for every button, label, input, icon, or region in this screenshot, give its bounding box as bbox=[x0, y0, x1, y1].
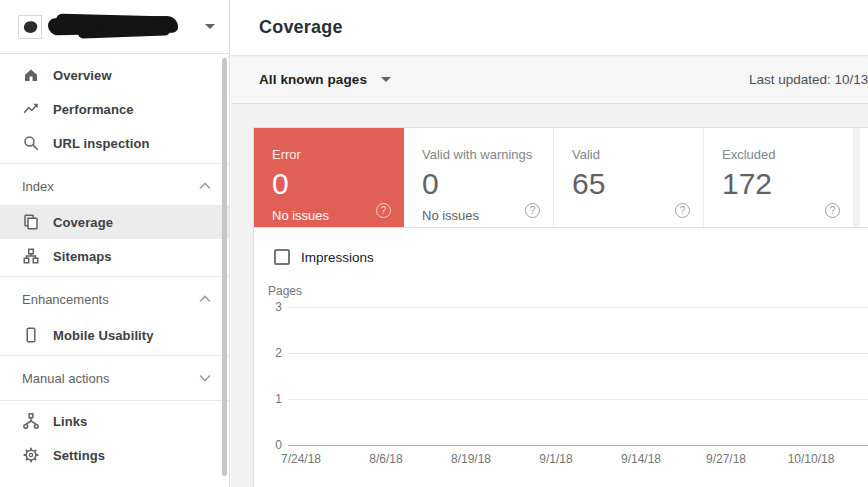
filter-label: All known pages bbox=[259, 72, 367, 87]
sidebar-divider bbox=[0, 276, 229, 277]
status-card-valid[interactable]: Valid 65 ? bbox=[554, 128, 704, 227]
report-toolbar: All known pages Last updated: 10/13/ bbox=[231, 56, 868, 104]
sidebar-item-url-inspection[interactable]: URL inspection bbox=[0, 126, 229, 160]
help-icon[interactable]: ? bbox=[675, 203, 690, 218]
y-tick: 0 bbox=[254, 438, 282, 452]
card-value: 0 bbox=[272, 169, 404, 199]
sidebar-item-label: URL inspection bbox=[53, 136, 150, 151]
card-label: Excluded bbox=[722, 147, 853, 162]
sidebar-item-label: Links bbox=[53, 414, 87, 429]
sidebar-section-enhancements[interactable]: Enhancements bbox=[0, 280, 229, 318]
cards-row-overflow bbox=[860, 128, 868, 227]
y-tick: 1 bbox=[254, 392, 282, 406]
property-selector[interactable] bbox=[0, 0, 229, 54]
home-icon bbox=[22, 66, 40, 84]
card-label: Valid bbox=[572, 147, 703, 162]
impressions-toggle[interactable]: Impressions bbox=[274, 249, 868, 265]
help-icon[interactable]: ? bbox=[825, 203, 840, 218]
gear-icon bbox=[22, 446, 40, 464]
x-axis-baseline bbox=[288, 445, 868, 446]
x-tick: 9/14/18 bbox=[599, 452, 683, 466]
section-label: Enhancements bbox=[22, 292, 109, 307]
sidebar-item-settings[interactable]: Settings bbox=[0, 438, 229, 472]
status-card-error[interactable]: Error 0 No issues ? bbox=[254, 128, 404, 227]
x-tick: 10/10/18 bbox=[769, 452, 853, 466]
card-value: 65 bbox=[572, 169, 703, 199]
report-content: Error 0 No issues ? Valid with warnings … bbox=[231, 104, 868, 487]
y-axis-title: Pages bbox=[268, 284, 302, 298]
page-title: Coverage bbox=[259, 17, 343, 38]
y-tick: 2 bbox=[254, 346, 282, 360]
chevron-down-icon bbox=[381, 77, 391, 82]
sidebar-item-label: Overview bbox=[53, 68, 112, 83]
sidebar-nav: Overview Performance URL inspection Inde… bbox=[0, 54, 229, 472]
help-icon[interactable]: ? bbox=[376, 203, 391, 218]
gridline-2 bbox=[288, 353, 868, 354]
card-value: 172 bbox=[722, 169, 853, 199]
sidebar-item-sitemaps[interactable]: Sitemaps bbox=[0, 239, 229, 273]
impressions-label: Impressions bbox=[301, 250, 374, 265]
impressions-checkbox[interactable] bbox=[274, 249, 290, 265]
card-value: 0 bbox=[422, 169, 553, 199]
sidebar: Overview Performance URL inspection Inde… bbox=[0, 0, 230, 487]
chevron-up-icon bbox=[199, 295, 211, 303]
sidebar-scrollbar[interactable] bbox=[222, 58, 227, 476]
card-label: Valid with warnings bbox=[422, 147, 553, 162]
coverage-chart: Pages 3 2 1 0 7/24/18 8/6/18 8/19/18 9/1… bbox=[254, 278, 868, 487]
sidebar-item-label: Coverage bbox=[53, 215, 113, 230]
performance-icon bbox=[22, 100, 40, 118]
sitemap-icon bbox=[22, 247, 40, 265]
gridline-3 bbox=[288, 307, 868, 308]
chevron-down-icon bbox=[199, 374, 211, 382]
links-icon bbox=[22, 412, 40, 430]
main-area: Coverage All known pages Last updated: 1… bbox=[231, 0, 868, 487]
main-header: Coverage bbox=[231, 0, 868, 56]
section-label: Index bbox=[22, 179, 54, 194]
sidebar-item-label: Sitemaps bbox=[53, 249, 112, 264]
sidebar-item-overview[interactable]: Overview bbox=[0, 58, 229, 92]
search-console-app: Overview Performance URL inspection Inde… bbox=[0, 0, 868, 487]
x-tick: 8/19/18 bbox=[429, 452, 513, 466]
sidebar-section-index[interactable]: Index bbox=[0, 167, 229, 205]
gridline-1 bbox=[288, 399, 868, 400]
x-tick: 9/1/18 bbox=[514, 452, 598, 466]
smartphone-icon bbox=[22, 326, 40, 344]
sidebar-item-mobile-usability[interactable]: Mobile Usability bbox=[0, 318, 229, 352]
sidebar-divider bbox=[0, 400, 229, 401]
last-updated-text: Last updated: 10/13/ bbox=[749, 72, 868, 87]
property-favicon bbox=[18, 15, 42, 39]
help-icon[interactable]: ? bbox=[525, 203, 540, 218]
coverage-panel: Error 0 No issues ? Valid with warnings … bbox=[253, 127, 868, 487]
page-filter-dropdown[interactable]: All known pages bbox=[259, 72, 391, 87]
sidebar-item-performance[interactable]: Performance bbox=[0, 92, 229, 126]
search-icon bbox=[22, 134, 40, 152]
card-label: Error bbox=[272, 147, 404, 162]
status-cards-row: Error 0 No issues ? Valid with warnings … bbox=[254, 128, 868, 228]
sidebar-divider bbox=[0, 355, 229, 356]
x-tick: 7/24/18 bbox=[259, 452, 343, 466]
sidebar-item-label: Mobile Usability bbox=[53, 328, 154, 343]
sidebar-divider bbox=[0, 163, 229, 164]
chevron-down-icon bbox=[205, 24, 215, 29]
x-tick: 9/27/18 bbox=[684, 452, 768, 466]
sidebar-item-label: Performance bbox=[53, 102, 134, 117]
status-card-valid-with-warnings[interactable]: Valid with warnings 0 No issues ? bbox=[404, 128, 554, 227]
y-tick: 3 bbox=[254, 300, 282, 314]
sidebar-item-label: Settings bbox=[53, 448, 105, 463]
coverage-pages-icon bbox=[22, 213, 40, 231]
x-tick: 8/6/18 bbox=[344, 452, 428, 466]
property-name-redacted bbox=[48, 15, 180, 38]
status-card-excluded[interactable]: Excluded 172 ? bbox=[704, 128, 854, 227]
sidebar-item-coverage[interactable]: Coverage bbox=[0, 205, 229, 239]
chevron-up-icon bbox=[199, 182, 211, 190]
section-label: Manual actions bbox=[22, 371, 109, 386]
sidebar-item-links[interactable]: Links bbox=[0, 404, 229, 438]
sidebar-section-manual-actions[interactable]: Manual actions bbox=[0, 359, 229, 397]
